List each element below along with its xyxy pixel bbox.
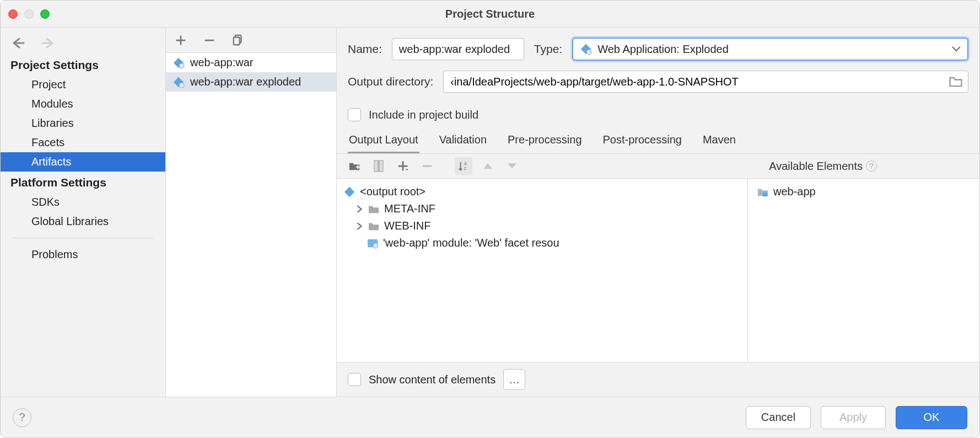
tree-item-label: WEB-INF [384, 220, 430, 232]
sidebar-separator [13, 238, 153, 238]
sidebar: Project Settings Project Modules Librari… [1, 28, 166, 397]
folder-icon [368, 204, 380, 214]
cancel-button[interactable]: Cancel [746, 406, 811, 429]
new-archive-icon[interactable] [370, 157, 387, 175]
sidebar-item-problems[interactable]: Problems [1, 245, 165, 264]
window-title: Project Structure [1, 8, 979, 20]
output-directory-field-wrap [443, 71, 968, 93]
output-directory-input[interactable] [444, 71, 948, 92]
sidebar-item-artifacts[interactable]: Artifacts [1, 152, 165, 172]
apply-button[interactable]: Apply [821, 406, 886, 429]
tree-root-label: <output root> [360, 185, 426, 198]
chevron-right-icon[interactable] [356, 205, 363, 213]
available-item-label: web-app [773, 185, 816, 198]
include-in-build-checkbox[interactable] [348, 108, 361, 121]
svg-text:z: z [464, 166, 466, 171]
back-icon[interactable] [10, 36, 26, 50]
remove-layout-icon[interactable] [418, 157, 436, 175]
svg-rect-11 [378, 161, 380, 172]
output-layout-toolbar: az Available Elements ? [337, 154, 979, 178]
sidebar-item-global-libraries[interactable]: Global Libraries [1, 212, 165, 231]
type-value: Web Application: Exploded [597, 43, 946, 56]
output-layout-body: <output root> META-INF WEB-INF 'w [337, 178, 979, 362]
ok-button[interactable]: OK [896, 406, 967, 429]
artifact-type-combo[interactable]: Web Application: Exploded [572, 38, 968, 61]
show-content-label: Show content of elements [369, 373, 496, 386]
move-up-icon[interactable] [479, 157, 497, 175]
section-project-settings: Project Settings [1, 54, 165, 75]
add-copy-icon[interactable] [394, 157, 412, 175]
artifact-tabs: Output Layout Validation Pre-processing … [337, 128, 979, 154]
module-icon [757, 186, 769, 197]
web-artifact-icon [173, 57, 185, 69]
output-directory-label: Output directory: [348, 75, 433, 88]
remove-icon[interactable] [203, 34, 216, 46]
sidebar-item-facets[interactable]: Facets [1, 133, 165, 152]
add-icon[interactable] [175, 34, 187, 46]
folder-icon [368, 221, 380, 231]
artifact-name-input[interactable] [392, 38, 524, 60]
tree-item-label: META-INF [384, 202, 435, 215]
artifact-item-label: web-app:war exploded [190, 76, 301, 88]
svg-point-16 [373, 243, 378, 248]
show-content-configure-button[interactable]: … [503, 369, 525, 390]
artifact-toolbar [166, 28, 336, 53]
name-label: Name: [348, 42, 382, 56]
web-artifact-icon [580, 43, 592, 55]
artifact-list-panel: web-app:war web-app:war exploded [166, 28, 337, 397]
dialog-footer: ? Cancel Apply OK [1, 397, 979, 437]
svg-rect-17 [763, 192, 767, 196]
tab-pre-processing[interactable]: Pre-processing [507, 128, 583, 153]
show-content-row: Show content of elements … [337, 362, 979, 397]
include-in-build-label: Include in project build [369, 109, 478, 121]
artifact-item[interactable]: web-app:war exploded [166, 72, 336, 92]
web-artifact-icon [173, 76, 185, 88]
project-structure-window: Project Structure Project Settings Proje… [0, 0, 980, 438]
tab-post-processing[interactable]: Post-processing [602, 128, 683, 153]
artifact-item[interactable]: web-app:war [166, 53, 336, 72]
show-content-checkbox[interactable] [348, 373, 361, 386]
svg-point-5 [179, 82, 184, 87]
type-label: Type: [534, 42, 562, 56]
sidebar-item-sdks[interactable]: SDKs [1, 193, 165, 212]
forward-icon[interactable] [40, 36, 56, 50]
sort-alpha-icon[interactable]: az [455, 157, 472, 175]
tab-validation[interactable]: Validation [438, 128, 488, 153]
move-down-icon[interactable] [503, 157, 521, 175]
sidebar-item-libraries[interactable]: Libraries [1, 114, 165, 133]
window-body: Project Settings Project Modules Librari… [1, 27, 979, 397]
chevron-right-icon[interactable] [356, 222, 363, 230]
web-facet-icon [367, 238, 379, 249]
browse-folder-icon[interactable] [948, 74, 963, 89]
svg-point-7 [586, 50, 591, 55]
svg-text:a: a [464, 161, 467, 166]
sidebar-item-modules[interactable]: Modules [1, 94, 165, 114]
tree-item-label: 'web-app' module: 'Web' facet resou [383, 237, 559, 249]
svg-marker-14 [344, 186, 354, 196]
chevron-down-icon [952, 46, 961, 52]
titlebar: Project Structure [1, 1, 979, 27]
artifact-item-label: web-app:war [190, 56, 254, 69]
section-platform-settings: Platform Settings [1, 172, 165, 193]
svg-rect-1 [234, 37, 240, 45]
tab-maven[interactable]: Maven [702, 128, 737, 153]
copy-icon[interactable] [232, 34, 244, 46]
svg-rect-9 [357, 165, 358, 169]
help-button[interactable]: ? [13, 408, 31, 427]
available-elements-pane[interactable]: web-app [748, 179, 979, 362]
tab-output-layout[interactable]: Output Layout [348, 128, 419, 153]
svg-point-3 [179, 63, 184, 68]
available-elements-title: Available Elements ? [769, 160, 971, 173]
output-tree[interactable]: <output root> META-INF WEB-INF 'w [337, 179, 748, 362]
nav-history [1, 28, 165, 54]
help-icon[interactable]: ? [866, 161, 877, 172]
output-root-icon [343, 186, 356, 198]
new-folder-icon[interactable] [346, 157, 363, 175]
artifact-detail-panel: Name: Type: Web Application: Exploded Ou… [337, 28, 979, 397]
sidebar-item-project[interactable]: Project [1, 75, 165, 94]
